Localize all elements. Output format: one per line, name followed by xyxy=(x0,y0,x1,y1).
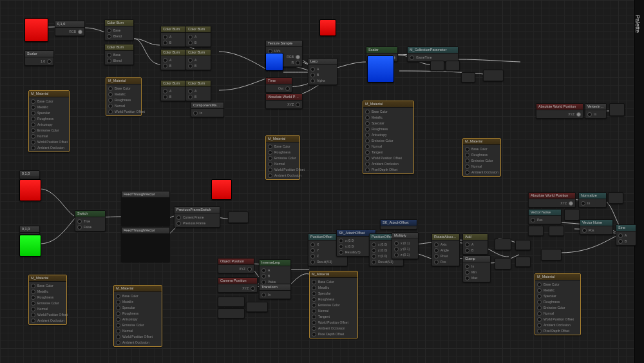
tiny-r1[interactable] xyxy=(608,192,623,204)
node-f[interactable]: Color Burn AB xyxy=(185,80,211,101)
node-transform[interactable]: Transform In xyxy=(259,284,291,299)
node-lerp[interactable]: Lerp A B Alpha xyxy=(308,58,337,85)
blue-preview xyxy=(265,53,283,71)
node-scalar[interactable]: Scalar 1.0 xyxy=(24,50,54,66)
output-bottom-right[interactable]: M_Material Base Color Metallic Specular … xyxy=(535,273,581,335)
output-body: Base Color Metallic Specular Roughness A… xyxy=(29,97,69,152)
tiny1[interactable] xyxy=(495,239,511,250)
node-time[interactable]: Time Out xyxy=(265,77,292,93)
node-mul-b[interactable]: Multiply x:(0.1) y:(0.1) z:(0.1) xyxy=(392,232,419,259)
vec-small-2[interactable]: 0,1,0 xyxy=(19,226,40,235)
material-output-big[interactable]: M_Material Base Color Metallic Specular … xyxy=(363,101,414,174)
node-add-s[interactable] xyxy=(246,302,268,312)
node-feed2[interactable]: FeedThroughVector xyxy=(121,227,170,262)
red-sw-3[interactable] xyxy=(211,179,232,200)
node-vi[interactable]: VertexInterpolator In xyxy=(585,103,607,119)
output-midleft[interactable]: M_Material Base Color Metallic Roughness… xyxy=(28,275,67,325)
node-const-s2[interactable] xyxy=(218,308,245,319)
node-objpos[interactable]: Object Position XYZ xyxy=(218,258,254,273)
node-a[interactable]: Color Burn AB xyxy=(160,26,186,47)
node-color-burn-2[interactable]: Color Burn Base Blend xyxy=(104,44,134,65)
node-const[interactable]: 0,1,0 RGB xyxy=(55,21,85,36)
red-swatch-big[interactable] xyxy=(19,179,41,201)
node-switch[interactable]: Switch True False xyxy=(75,210,106,231)
tiny4[interactable] xyxy=(515,257,531,267)
node-title: Scalar xyxy=(25,51,53,57)
node-invlerp[interactable]: InverseLerp A B Value xyxy=(259,259,291,286)
color-swatch-red-sm[interactable] xyxy=(319,19,336,36)
node-awp3[interactable]: Absolute World Position XYZ xyxy=(528,192,576,208)
color-swatch-red[interactable] xyxy=(24,18,48,42)
node-c[interactable]: Color Burn AB xyxy=(185,26,211,47)
vec-small[interactable]: 0,1,0 xyxy=(19,170,40,179)
output-material-g5[interactable]: M_Material Base Color Metallic Specular … xyxy=(113,285,162,347)
blue-big-preview xyxy=(367,55,394,83)
node-feed1[interactable]: FeedThroughVector xyxy=(121,191,170,226)
output-mini[interactable]: M_Material Base Color Metallic Roughness… xyxy=(106,77,142,116)
node-campos[interactable]: Camera Position XYZ xyxy=(218,277,258,293)
node-awp2[interactable]: Absolute World Position XYZ xyxy=(536,103,583,119)
node-sine[interactable]: Sine A B xyxy=(616,224,636,246)
node-b[interactable]: Color Burn AB xyxy=(160,49,186,70)
node-rot[interactable]: RotateAboutAxis Axis Angle Pivot Pos xyxy=(431,233,460,266)
node-cm[interactable]: ComponentMask(RGB) In xyxy=(191,102,224,117)
tiny-r4[interactable] xyxy=(549,226,564,236)
node-title: M_Material xyxy=(29,91,69,97)
node-norm[interactable]: Normalize In xyxy=(578,192,607,208)
tiny2[interactable] xyxy=(495,258,511,270)
node-tiny[interactable] xyxy=(228,211,249,223)
tiny-r5[interactable] xyxy=(541,249,562,260)
output-bottom-mid[interactable]: M_Material Base Color Metallic Specular … xyxy=(309,271,358,338)
node-out-small[interactable] xyxy=(609,103,625,116)
tiny-r3[interactable] xyxy=(528,226,544,236)
node-small4[interactable] xyxy=(483,70,504,81)
palette-label: Palette xyxy=(634,15,641,28)
tiny-r2[interactable] xyxy=(564,209,580,221)
node-small2[interactable] xyxy=(446,61,460,71)
node-d[interactable]: Color Burn AB xyxy=(185,49,211,70)
node-sk2[interactable]: SK_AttachOffset xyxy=(380,219,417,230)
output-mini-2[interactable]: M_Material Base Color Roughness Emissive… xyxy=(265,135,300,180)
node-small3[interactable] xyxy=(461,72,475,83)
node-add-b[interactable]: Add AB xyxy=(462,233,488,255)
node-vnoise2[interactable]: Vector Noise Pos xyxy=(580,219,613,235)
node-coll-param[interactable]: M_CollectionParameter GameTime xyxy=(407,46,459,62)
node-const-s[interactable] xyxy=(218,297,245,307)
tiny3[interactable] xyxy=(515,240,531,250)
green-swatch[interactable] xyxy=(19,235,41,257)
node-graph-canvas[interactable]: Palette 0,1,0 RGB Scalar 1.0 M_Material … xyxy=(0,0,644,363)
node-prevframe[interactable]: PreviousFrameSwitch Current Frame Previo… xyxy=(174,206,220,228)
material-output-node[interactable]: M_Material Base Color Metallic Specular … xyxy=(28,90,70,152)
output-mini-3[interactable]: M_Material Base Color Roughness Emissive… xyxy=(462,138,501,177)
node-small[interactable] xyxy=(430,61,444,71)
node-title: 0,1,0 xyxy=(55,21,84,28)
palette-panel[interactable]: Palette xyxy=(634,0,644,363)
node-vnoise[interactable]: Vector Noise Pos xyxy=(528,209,562,224)
node-e[interactable]: Color Burn AB xyxy=(160,80,186,101)
node-color-burn[interactable]: Color Burn Base Blend xyxy=(104,19,134,41)
node-clamp[interactable]: Clamp InMinMax xyxy=(462,255,491,282)
node-wp[interactable]: Absolute World Position XYZ xyxy=(265,93,303,109)
